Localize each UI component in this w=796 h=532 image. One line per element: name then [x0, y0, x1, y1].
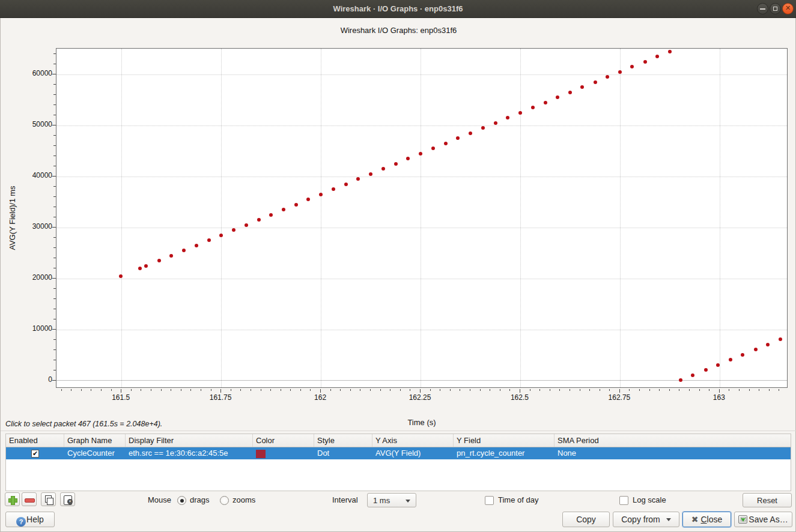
column-header-y-axis[interactable]: Y Axis: [372, 434, 454, 447]
mouse-drags-label[interactable]: drags: [190, 495, 210, 504]
x-minor-tick: [61, 389, 62, 391]
data-point[interactable]: [494, 121, 497, 125]
duplicate-graph-button[interactable]: [41, 492, 56, 506]
data-point[interactable]: [207, 238, 211, 242]
data-point[interactable]: [269, 213, 273, 217]
data-point[interactable]: [169, 254, 173, 258]
cell-graph-name[interactable]: CycleCounter: [64, 447, 126, 459]
data-point[interactable]: [518, 111, 522, 115]
mouse-zooms-label[interactable]: zooms: [232, 495, 255, 504]
data-point[interactable]: [282, 208, 285, 211]
data-point[interactable]: [754, 348, 758, 351]
clear-graphs-button[interactable]: [60, 492, 75, 506]
copy-from-button[interactable]: Copy from: [613, 512, 679, 527]
close-window-button[interactable]: ✕: [782, 3, 794, 14]
cell-y-axis[interactable]: AVG(Y Field): [372, 447, 454, 459]
data-point[interactable]: [257, 218, 261, 222]
add-graph-button[interactable]: [5, 492, 20, 506]
data-point[interactable]: [704, 368, 708, 372]
data-point[interactable]: [369, 172, 372, 176]
data-point[interactable]: [144, 264, 148, 268]
enabled-checkbox[interactable]: ✔: [31, 450, 39, 458]
data-point[interactable]: [606, 75, 609, 79]
data-point[interactable]: [531, 106, 535, 109]
data-point[interactable]: [182, 249, 186, 252]
data-point[interactable]: [506, 116, 509, 119]
copy-button[interactable]: Copy: [562, 512, 610, 527]
data-point[interactable]: [643, 60, 647, 64]
cell-display-filter[interactable]: eth.src == 1e:30:6c:a2:45:5e: [126, 447, 253, 459]
data-point[interactable]: [594, 80, 597, 84]
data-point[interactable]: [729, 358, 732, 361]
mouse-drags-radio[interactable]: [177, 496, 186, 505]
data-point[interactable]: [356, 177, 360, 181]
data-point[interactable]: [469, 131, 472, 135]
maximize-button[interactable]: [770, 3, 781, 14]
data-point[interactable]: [294, 203, 298, 207]
data-point[interactable]: [766, 343, 770, 346]
data-point[interactable]: [630, 65, 634, 68]
log-scale-label[interactable]: Log scale: [633, 495, 666, 504]
x-minor-tick: [739, 389, 740, 391]
data-point[interactable]: [245, 223, 248, 227]
reset-button[interactable]: Reset: [743, 493, 792, 507]
mouse-zooms-radio[interactable]: [220, 496, 229, 505]
data-point[interactable]: [157, 259, 161, 262]
column-header-sma-period[interactable]: SMA Period: [554, 434, 791, 447]
time-of-day-label[interactable]: Time of day: [498, 495, 538, 504]
data-point[interactable]: [580, 85, 584, 89]
data-point[interactable]: [381, 167, 385, 171]
data-point[interactable]: [741, 353, 744, 357]
data-point[interactable]: [332, 187, 335, 191]
close-button[interactable]: ✖Close: [682, 512, 731, 527]
data-point[interactable]: [679, 378, 682, 382]
titlebar[interactable]: Wireshark · I/O Graphs · enp0s31f6 ✕: [0, 0, 796, 18]
data-point[interactable]: [319, 193, 323, 196]
column-header-y-field[interactable]: Y Field: [454, 434, 554, 447]
data-point[interactable]: [568, 91, 572, 94]
data-point[interactable]: [406, 157, 410, 160]
x-minor-tick: [81, 389, 82, 391]
close-window-icon: ✕: [783, 4, 793, 12]
data-point[interactable]: [394, 162, 398, 166]
cell-sma-period[interactable]: None: [554, 447, 791, 459]
cell-y-field[interactable]: pn_rt.cycle_counter: [454, 447, 554, 459]
cell-style[interactable]: Dot: [314, 447, 372, 459]
data-point[interactable]: [456, 136, 460, 140]
help-button[interactable]: ?Help: [5, 512, 55, 527]
plot-area[interactable]: [56, 48, 788, 388]
remove-graph-button[interactable]: [22, 492, 37, 506]
time-of-day-checkbox[interactable]: [485, 496, 494, 505]
data-point[interactable]: [481, 126, 485, 130]
minimize-button[interactable]: [757, 3, 768, 14]
column-header-graph-name[interactable]: Graph Name: [64, 434, 126, 447]
x-minor-tick: [91, 389, 91, 391]
data-point[interactable]: [655, 55, 659, 58]
log-scale-checkbox[interactable]: [619, 496, 628, 505]
data-point[interactable]: [779, 337, 782, 341]
data-point[interactable]: [556, 95, 559, 99]
interval-select[interactable]: 1 ms: [367, 493, 416, 507]
column-header-enabled[interactable]: Enabled: [6, 434, 64, 447]
y-minor-tick: [53, 94, 56, 95]
column-header-color[interactable]: Color: [253, 434, 314, 447]
data-point[interactable]: [138, 267, 142, 270]
data-point[interactable]: [232, 228, 235, 232]
column-header-display-filter[interactable]: Display Filter: [126, 434, 253, 447]
data-point[interactable]: [195, 244, 198, 247]
data-point[interactable]: [306, 198, 310, 201]
data-point[interactable]: [668, 50, 672, 53]
data-point[interactable]: [618, 70, 622, 74]
data-point[interactable]: [431, 147, 435, 150]
data-point[interactable]: [544, 101, 547, 104]
color-swatch[interactable]: [256, 450, 266, 458]
data-point[interactable]: [691, 373, 694, 377]
x-minor-tick: [460, 389, 460, 391]
data-point[interactable]: [419, 152, 422, 156]
data-point[interactable]: [444, 142, 448, 145]
data-point[interactable]: [219, 234, 223, 237]
column-header-style[interactable]: Style: [314, 434, 372, 447]
save-as-button[interactable]: Save As…: [734, 512, 792, 527]
table-row[interactable]: ✔ CycleCounter eth.src == 1e:30:6c:a2:45…: [6, 447, 791, 459]
data-point[interactable]: [344, 183, 348, 186]
